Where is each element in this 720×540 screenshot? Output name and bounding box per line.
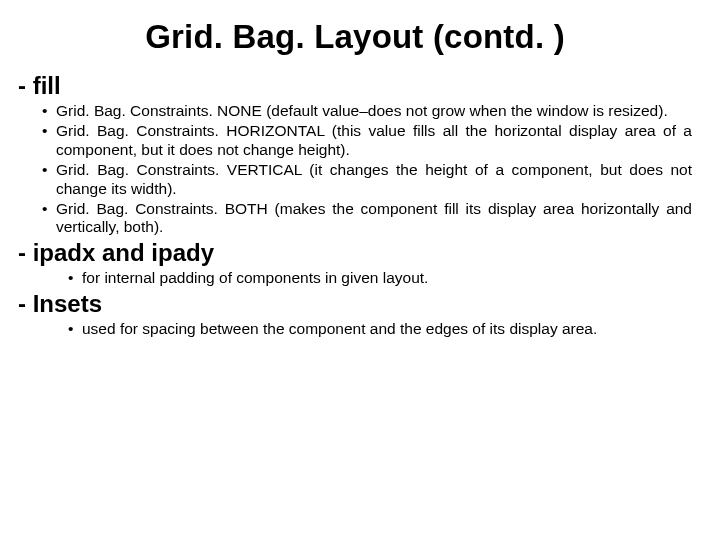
section-insets: - Insets used for spacing between the co…: [18, 290, 692, 339]
section-ipad: - ipadx and ipady for internal padding o…: [18, 239, 692, 288]
list-item: Grid. Bag. Constraints. NONE (default va…: [56, 102, 692, 121]
bullet-list-fill: Grid. Bag. Constraints. NONE (default va…: [18, 102, 692, 237]
slide-title: Grid. Bag. Layout (contd. ): [18, 18, 692, 56]
list-item: Grid. Bag. Constraints. HORIZONTAL (this…: [56, 122, 692, 160]
list-item: used for spacing between the component a…: [82, 320, 692, 339]
list-item: for internal padding of components in gi…: [82, 269, 692, 288]
section-head-fill: - fill: [18, 72, 692, 100]
bullet-list-ipad: for internal padding of components in gi…: [18, 269, 692, 288]
bullet-list-insets: used for spacing between the component a…: [18, 320, 692, 339]
section-fill: - fill Grid. Bag. Constraints. NONE (def…: [18, 72, 692, 237]
list-item: Grid. Bag. Constraints. VERTICAL (it cha…: [56, 161, 692, 199]
section-head-insets: - Insets: [18, 290, 692, 318]
list-item: Grid. Bag. Constraints. BOTH (makes the …: [56, 200, 692, 238]
section-head-ipad: - ipadx and ipady: [18, 239, 692, 267]
